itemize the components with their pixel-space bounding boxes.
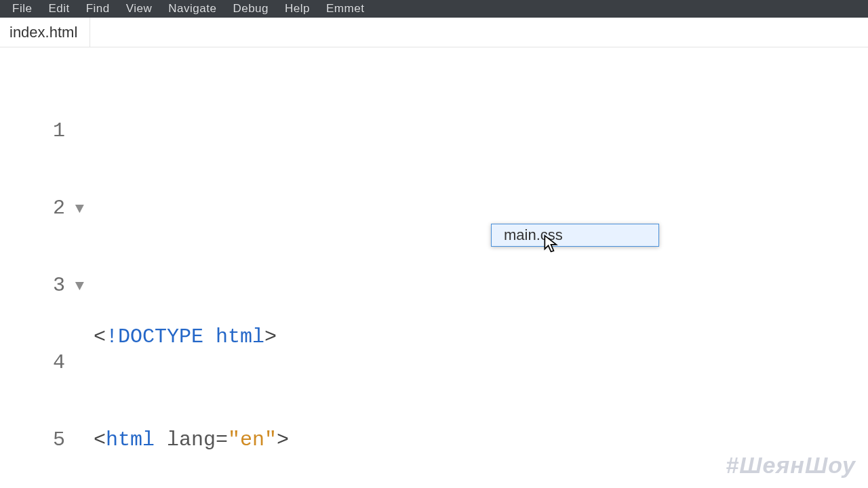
menu-emmet[interactable]: Emmet <box>318 0 372 18</box>
autocomplete-popup[interactable]: main.css <box>491 224 659 247</box>
line-number: 1 <box>0 118 88 144</box>
line-number: 4 <box>0 350 88 375</box>
autocomplete-option[interactable]: main.css <box>504 226 563 244</box>
tab-bar: index.html <box>0 18 868 47</box>
fold-icon[interactable]: ▼ <box>75 279 84 294</box>
code-line[interactable]: <html lang="en"> <box>94 427 868 453</box>
line-number: 2▼ <box>0 195 88 221</box>
menu-help[interactable]: Help <box>277 0 318 18</box>
menu-edit[interactable]: Edit <box>40 0 77 18</box>
menu-find[interactable]: Find <box>78 0 118 18</box>
menu-view[interactable]: View <box>118 0 161 18</box>
line-number: 5 <box>0 427 88 453</box>
fold-icon[interactable]: ▼ <box>75 202 84 217</box>
menu-navigate[interactable]: Navigate <box>160 0 224 18</box>
tab-file[interactable]: index.html <box>0 18 90 47</box>
gutter: 1 2▼ 3▼ 4 5 6 7 8▼ 9 10 11 <box>0 66 88 488</box>
line-number: 3▼ <box>0 272 88 298</box>
watermark: #ШеянШоу <box>726 452 856 479</box>
menu-debug[interactable]: Debug <box>224 0 277 18</box>
code-line[interactable]: <!DOCTYPE html> <box>94 324 868 350</box>
menu-bar: File Edit Find View Navigate Debug Help … <box>0 0 868 18</box>
menu-file[interactable]: File <box>4 0 40 18</box>
code-editor[interactable]: 1 2▼ 3▼ 4 5 6 7 8▼ 9 10 11 <!DOCTYPE htm… <box>0 47 868 488</box>
